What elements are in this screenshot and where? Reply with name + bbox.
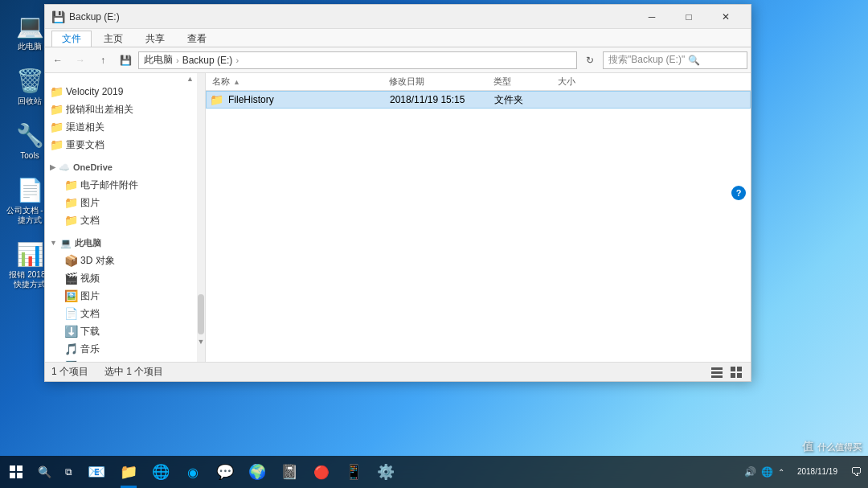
taskbar-settings[interactable]: ⚙️ — [370, 456, 402, 488]
nav-item-pictures[interactable]: 📁 图片 — [45, 194, 205, 211]
nav-label-pictures: 图片 — [80, 196, 100, 210]
col-header-date[interactable]: 修改日期 — [386, 76, 490, 88]
nav-item-reports[interactable]: 📁 报销和出差相关 — [45, 100, 205, 118]
folder-icon: 📁 — [50, 138, 63, 151]
close-button[interactable]: ✕ — [707, 5, 744, 29]
address-bar[interactable]: 此电脑 › Backup (E:) › — [138, 51, 577, 69]
nav-label-documents: 文档 — [80, 214, 100, 228]
breadcrumb-backup[interactable]: Backup (E:) — [182, 55, 233, 66]
taskbar-tray: 🔊 🌐 ⌃ — [738, 466, 791, 478]
taskbar-explorer[interactable]: 📁 — [113, 456, 145, 488]
3d-icon: 📦 — [64, 254, 77, 267]
folder-icon: 📁 — [50, 103, 63, 116]
taskbar-outlook[interactable]: 📧 — [80, 456, 113, 488]
col-header-name[interactable]: 名称 ▲ — [209, 76, 386, 88]
nav-item-email-attach[interactable]: 📁 电子邮件附件 — [45, 176, 205, 194]
onedrive-icon: ☁️ — [59, 162, 70, 173]
logo-button[interactable]: 💾 — [116, 51, 135, 70]
folder-icon: 📁 — [210, 93, 223, 106]
nav-item-documents[interactable]: 📁 文档 — [45, 211, 205, 229]
file-row-filehistory[interactable]: 📁 FileHistory 2018/11/19 15:15 文件夹 — [206, 91, 751, 109]
recycle-icon: 🗑️ — [15, 66, 44, 95]
task-view-button[interactable]: ⧉ — [56, 456, 80, 488]
company-doc-icon: 📄 — [15, 175, 44, 204]
up-button[interactable]: ↑ — [93, 51, 113, 70]
nav-item-velocity[interactable]: 📁 Velocity 2019 — [45, 83, 205, 100]
tab-view[interactable]: 查看 — [177, 31, 217, 47]
file-name-cell: 📁 FileHistory — [210, 93, 387, 106]
nav-item-important[interactable]: 📁 重要文档 — [45, 136, 205, 154]
nav-item-desktop[interactable]: 🖥️ 桌面 — [45, 358, 205, 362]
tray-network-icon[interactable]: 🌐 — [761, 466, 773, 478]
nav-item-music[interactable]: 🎵 音乐 — [45, 340, 205, 358]
nav-item-videos[interactable]: 🎬 视频 — [45, 269, 205, 287]
col-header-type[interactable]: 类型 — [490, 76, 555, 88]
scroll-up-button[interactable]: ▲ — [186, 75, 194, 83]
help-badge[interactable]: ? — [731, 186, 746, 200]
nav-label-this-pc: 此电脑 — [75, 237, 101, 249]
taskbar-wechat[interactable]: 💬 — [209, 456, 241, 488]
tab-share[interactable]: 共享 — [135, 31, 175, 47]
taskbar-search-button[interactable]: 🔍 — [32, 456, 56, 488]
tab-file[interactable]: 文件 — [51, 31, 92, 47]
svg-rect-2 — [711, 375, 723, 378]
forward-button[interactable]: → — [71, 51, 90, 70]
taskbar-date: 2018/11/19 — [797, 466, 837, 478]
refresh-button[interactable]: ↻ — [580, 51, 600, 70]
taskbar-onenote[interactable]: 📓 — [273, 456, 305, 488]
taskbar-browser2[interactable]: 🌍 — [241, 456, 273, 488]
desktop-icon: 🖥️ — [64, 360, 77, 362]
nav-label-videos: 视频 — [80, 272, 100, 285]
taskbar-chrome[interactable]: 🌐 — [145, 456, 177, 488]
ribbon-tabs: 文件 主页 共享 查看 ? — [45, 29, 751, 47]
taskbar-clock[interactable]: 2018/11/19 — [791, 466, 844, 478]
svg-rect-7 — [10, 465, 15, 471]
report-icon: 📊 — [15, 240, 44, 269]
taskbar-cortana[interactable]: ◉ — [177, 456, 209, 488]
status-count: 1 个项目 — [51, 365, 88, 379]
nav-scrollbar-thumb[interactable] — [198, 294, 204, 334]
view-tiles-button[interactable] — [728, 364, 744, 380]
file-name: FileHistory — [228, 94, 274, 105]
nav-label-desktop: 桌面 — [80, 360, 100, 363]
col-header-size[interactable]: 大小 — [555, 76, 619, 88]
svg-rect-3 — [731, 367, 735, 371]
search-area[interactable]: 搜索"Backup (E:)" 🔍 — [603, 51, 747, 69]
tray-icons: 🔊 🌐 ⌃ — [744, 466, 784, 478]
sort-icon: ▲ — [233, 78, 240, 86]
folder-icon: 📁 — [50, 121, 63, 133]
tools-icon: 🔧 — [15, 121, 44, 150]
nav-pane: ▲ 📁 Velocity 2019 📁 报销和出差相关 📁 渠道相关 📁 重要文… — [45, 73, 206, 362]
nav-label-docs2: 文档 — [80, 307, 100, 321]
nav-item-channel[interactable]: 📁 渠道相关 — [45, 118, 205, 136]
nav-item-docs2[interactable]: 📄 文档 — [45, 305, 205, 322]
start-button[interactable] — [0, 456, 32, 488]
svg-rect-6 — [737, 373, 742, 378]
notification-button[interactable]: 🗨 — [844, 456, 868, 488]
svg-rect-5 — [731, 373, 735, 378]
address-area: ← → ↑ 💾 此电脑 › Backup (E:) › ↻ 搜索"Backup … — [45, 47, 751, 73]
back-button[interactable]: ← — [48, 51, 68, 70]
nav-item-downloads[interactable]: ⬇️ 下载 — [45, 322, 205, 340]
explorer-window: 💾 Backup (E:) ─ □ ✕ 文件 主页 共享 查看 ? ← → ↑ … — [44, 4, 751, 382]
file-area: 名称 ▲ 修改日期 类型 大小 — [206, 73, 751, 362]
minimize-button[interactable]: ─ — [633, 5, 670, 29]
nav-label-pics2: 图片 — [80, 289, 100, 303]
nav-section-onedrive[interactable]: ▶ ☁️ OneDrive — [45, 158, 205, 176]
taskbar-chrome2[interactable]: 🔴 — [305, 456, 338, 488]
tray-chevron-icon[interactable]: ⌃ — [778, 468, 784, 477]
tab-home[interactable]: 主页 — [93, 31, 133, 47]
nav-label-channel: 渠道相关 — [66, 121, 104, 134]
scroll-down-button[interactable]: ▼ — [198, 338, 205, 346]
nav-label-reports: 报销和出差相关 — [66, 103, 133, 117]
taskbar-app1[interactable]: 📱 — [338, 456, 370, 488]
nav-section-this-pc[interactable]: ▼ 💻 此电脑 — [45, 234, 205, 252]
nav-item-pics2[interactable]: 🖼️ 图片 — [45, 287, 205, 305]
view-details-button[interactable] — [709, 364, 725, 380]
tray-volume-icon[interactable]: 🔊 — [744, 466, 756, 478]
nav-label-email: 电子邮件附件 — [80, 178, 138, 192]
breadcrumb-this-pc[interactable]: 此电脑 — [144, 53, 173, 67]
nav-item-3d[interactable]: 📦 3D 对象 — [45, 252, 205, 269]
computer-icon: 💻 — [60, 238, 72, 248]
maximize-button[interactable]: □ — [670, 5, 707, 29]
